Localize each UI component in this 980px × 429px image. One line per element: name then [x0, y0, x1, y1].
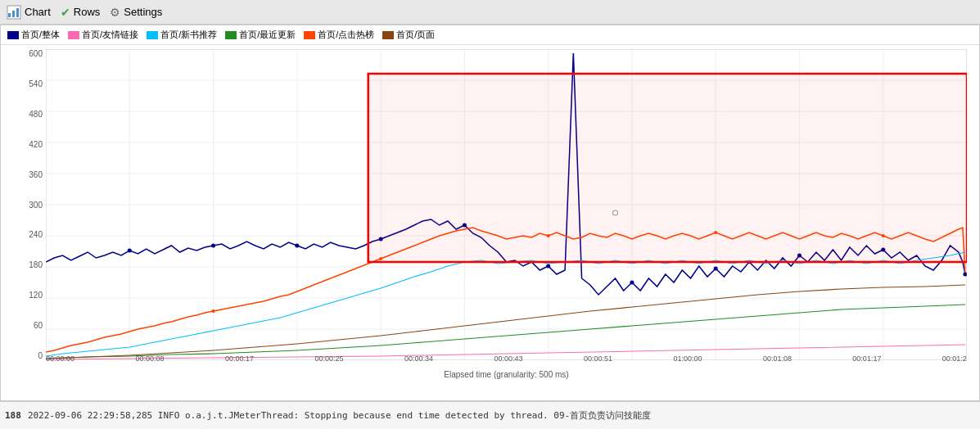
- rows-label: Rows: [74, 6, 101, 18]
- settings-tab[interactable]: ⚙ Settings: [110, 6, 162, 19]
- svg-point-27: [211, 244, 215, 248]
- log-bar: 188 2022-09-06 22:29:58,285 INFO o.a.j.t…: [0, 401, 980, 429]
- toolbar: Chart ✔ Rows ⚙ Settings: [0, 0, 980, 25]
- chart-icon: [7, 5, 21, 20]
- legend-color-1: [68, 31, 79, 39]
- y-tick-8: 480: [9, 110, 46, 119]
- legend-color-4: [304, 31, 315, 39]
- legend-item-2: 首页/新书推荐: [147, 29, 217, 41]
- legend-color-0: [7, 31, 19, 39]
- legend-label-5: 首页/页面: [396, 29, 435, 41]
- y-tick-4: 240: [9, 230, 46, 239]
- gear-icon: ⚙: [110, 6, 120, 19]
- legend-item-5: 首页/页面: [382, 29, 435, 41]
- svg-rect-3: [16, 8, 19, 17]
- log-line-number: 188: [5, 410, 21, 421]
- legend-item-4: 首页/点击热榜: [304, 29, 374, 41]
- chart-area: 首页/整体 首页/友情链接 首页/新书推荐 首页/最近更新 首页/点击热榜 首页…: [0, 25, 980, 401]
- chart-tab[interactable]: Chart: [7, 5, 51, 20]
- x-axis-ticks: 00:00:00 00:00:08 00:00:17 00:00:25 00:0…: [46, 354, 967, 363]
- legend-label-3: 首页/最近更新: [239, 29, 296, 41]
- line-新书: [46, 252, 965, 356]
- y-tick-10: 600: [9, 49, 46, 58]
- y-tick-0: 0: [9, 351, 46, 360]
- x-tick-1: 00:00:08: [135, 354, 164, 363]
- chart-label: Chart: [25, 6, 51, 18]
- line-最近: [46, 305, 965, 359]
- svg-point-37: [212, 309, 215, 313]
- y-tick-3: 180: [9, 260, 46, 269]
- legend-label-2: 首页/新书推荐: [160, 29, 217, 41]
- x-tick-2: 00:00:17: [225, 354, 254, 363]
- legend-color-5: [382, 31, 394, 39]
- log-message: 2022-09-06 22:29:58,285 INFO o.a.j.t.JMe…: [28, 409, 651, 422]
- x-tick-8: 00:01:08: [763, 354, 792, 363]
- x-tick-3: 00:00:25: [314, 354, 343, 363]
- x-axis-label: Elapsed time (granularity: 500 ms): [46, 370, 967, 379]
- legend-label-0: 首页/整体: [21, 29, 60, 41]
- y-tick-6: 360: [9, 170, 46, 179]
- legend-item-0: 首页/整体: [7, 29, 60, 41]
- svg-point-32: [630, 281, 634, 285]
- svg-point-26: [128, 249, 132, 253]
- svg-rect-1: [8, 13, 11, 17]
- chart-container: Response times in ms 0 60 120 180 240 30…: [1, 45, 979, 381]
- legend-item-1: 首页/友情链接: [68, 29, 138, 41]
- x-tick-5: 00:00:43: [494, 354, 522, 363]
- svg-point-33: [714, 267, 718, 271]
- svg-rect-43: [368, 74, 967, 262]
- svg-point-28: [295, 244, 299, 248]
- y-tick-1: 60: [9, 321, 46, 330]
- x-tick-0: 00:00:00: [46, 354, 75, 363]
- svg-point-36: [963, 273, 967, 277]
- svg-rect-2: [12, 11, 15, 17]
- x-tick-6: 00:00:51: [584, 354, 612, 363]
- legend: 首页/整体 首页/友情链接 首页/新书推荐 首页/最近更新 首页/点击热榜 首页…: [1, 25, 979, 45]
- legend-color-3: [225, 31, 237, 39]
- x-tick-7: 01:00:00: [673, 354, 702, 363]
- y-tick-9: 540: [9, 79, 46, 88]
- x-tick-9: 00:01:17: [852, 354, 881, 363]
- x-tick-4: 00:00:34: [404, 354, 433, 363]
- svg-point-31: [546, 264, 550, 269]
- y-tick-2: 120: [9, 291, 46, 300]
- x-tick-10: 00:01:2: [942, 354, 967, 363]
- chart-svg: [46, 49, 967, 360]
- rows-tab[interactable]: ✔ Rows: [61, 6, 101, 19]
- legend-color-2: [147, 31, 158, 39]
- settings-label: Settings: [124, 6, 162, 18]
- legend-item-3: 首页/最近更新: [225, 29, 296, 41]
- y-tick-5: 300: [9, 201, 46, 210]
- check-icon: ✔: [61, 6, 70, 19]
- y-tick-7: 420: [9, 140, 46, 149]
- y-axis-ticks: 0 60 120 180 240 300 360 420 480 540 600: [9, 49, 46, 360]
- legend-label-1: 首页/友情链接: [82, 29, 138, 41]
- legend-label-4: 首页/点击热榜: [318, 29, 374, 41]
